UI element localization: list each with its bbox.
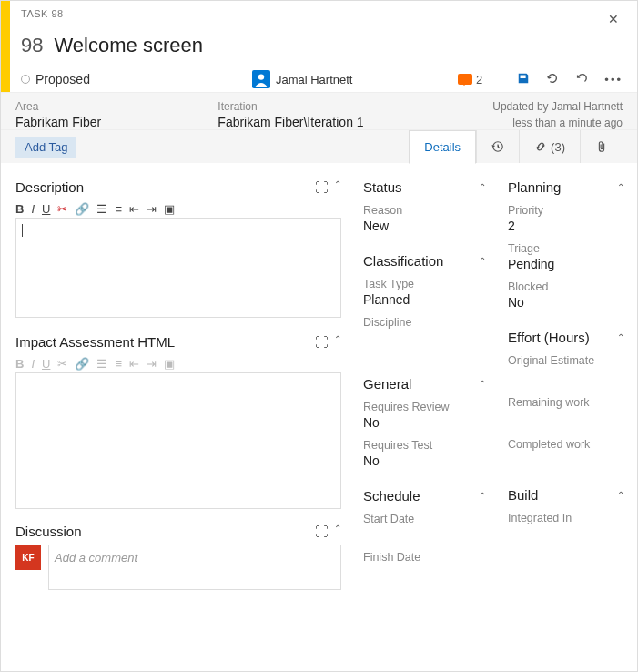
state-dot-icon [21,75,30,84]
finishdate-label: Finish Date [363,551,486,564]
underline-button[interactable]: U [42,357,50,371]
maximize-icon[interactable]: ⛶ [315,524,329,539]
area-field[interactable]: Area Fabrikam Fiber [15,100,218,129]
task-title[interactable]: Welcome screen [54,34,202,57]
bold-button[interactable]: B [15,202,24,216]
outdent-button[interactable]: ⇤ [129,202,139,216]
description-header[interactable]: Description ⛶ ⌃ [15,179,341,195]
effort-title: Effort (Hours) [508,330,590,345]
image-button[interactable]: ▣ [164,202,175,216]
comment-input[interactable]: Add a comment [48,545,341,590]
completed-value[interactable] [508,453,624,467]
discussion-header[interactable]: Discussion ⛶ ⌃ [15,524,341,539]
remaining-label: Remaining work [508,396,624,409]
tab-details[interactable]: Details [409,130,476,164]
startdate-value[interactable] [363,527,486,542]
tab-attachments[interactable] [580,130,623,163]
assignee-name: Jamal Hartnett [276,73,353,87]
task-id: 98 [21,34,43,57]
clear-format-button[interactable]: ✂ [57,357,67,371]
color-bar [1,1,10,92]
reqreview-value[interactable]: No [363,415,486,430]
tab-history[interactable] [476,130,519,163]
schedule-header[interactable]: Schedule⌃ [363,488,486,504]
integrated-label: Integrated In [508,512,624,524]
svg-point-0 [258,74,264,79]
rte-toolbar-description: B I U ✂ 🔗 ☰ ≡ ⇤ ⇥ ▣ [15,200,341,218]
maximize-icon[interactable]: ⛶ [315,179,329,195]
close-icon[interactable]: ✕ [604,8,623,30]
chevron-up-icon: ⌃ [479,182,486,192]
refresh-icon[interactable] [546,72,559,87]
remaining-value[interactable] [508,411,624,425]
planning-header[interactable]: Planning⌃ [508,179,624,195]
more-icon[interactable]: ••• [604,73,623,87]
maximize-icon[interactable]: ⛶ [315,334,329,350]
description-input[interactable] [15,218,341,318]
add-tag-button[interactable]: Add Tag [15,137,76,158]
italic-button[interactable]: I [31,357,35,371]
state-indicator[interactable]: Proposed [21,72,90,87]
impact-title: Impact Assessment HTML [15,334,175,350]
triage-value[interactable]: Pending [508,257,624,271]
triage-label: Triage [508,242,624,255]
updated-by: Updated by Jamal Hartnett [420,100,623,113]
origestimate-value[interactable] [508,369,624,383]
chevron-up-icon[interactable]: ⌃ [334,334,341,350]
number-list-button[interactable]: ≡ [115,357,122,371]
priority-label: Priority [508,204,624,217]
iteration-value: Fabrikam Fiber\Iteration 1 [218,115,420,129]
general-title: General [363,376,411,392]
save-icon[interactable] [517,72,530,87]
impact-header[interactable]: Impact Assessment HTML ⛶ ⌃ [15,334,341,350]
bullet-list-button[interactable]: ☰ [96,357,107,371]
assignee[interactable]: Jamal Hartnett [252,70,353,88]
history-icon [491,140,504,153]
italic-button[interactable]: I [31,202,35,216]
tasktype-value[interactable]: Planned [363,292,486,307]
bullet-list-button[interactable]: ☰ [96,202,107,216]
comment-count[interactable]: 2 [458,73,482,87]
chevron-up-icon[interactable]: ⌃ [334,524,341,539]
schedule-title: Schedule [363,488,420,504]
task-label: TASK 98 [21,8,64,19]
classification-title: Classification [363,253,443,269]
number-list-button[interactable]: ≡ [115,202,122,216]
effort-header[interactable]: Effort (Hours)⌃ [508,330,624,345]
tasktype-label: Task Type [363,278,486,290]
iteration-field[interactable]: Iteration Fabrikam Fiber\Iteration 1 [218,100,420,129]
build-header[interactable]: Build⌃ [508,487,624,503]
area-value: Fabrikam Fiber [15,115,218,129]
iteration-label: Iteration [218,100,420,113]
link-button[interactable]: 🔗 [75,357,89,371]
area-label: Area [15,100,218,113]
chevron-up-icon: ⌃ [479,379,486,389]
undo-icon[interactable] [575,72,588,87]
chevron-up-icon[interactable]: ⌃ [334,179,341,195]
reqtest-value[interactable]: No [363,453,486,468]
classification-header[interactable]: Classification⌃ [363,253,486,269]
general-header[interactable]: General⌃ [363,376,486,392]
discipline-value[interactable] [363,331,486,345]
indent-button[interactable]: ⇥ [147,202,157,216]
clear-format-button[interactable]: ✂ [57,202,67,216]
outdent-button[interactable]: ⇤ [129,357,139,371]
reason-label: Reason [363,204,486,217]
underline-button[interactable]: U [42,202,50,216]
state-text: Proposed [35,72,90,87]
bold-button[interactable]: B [15,357,24,371]
priority-value[interactable]: 2 [508,219,624,233]
chevron-up-icon: ⌃ [479,256,486,266]
indent-button[interactable]: ⇥ [147,357,157,371]
reason-value[interactable]: New [363,219,486,233]
status-header[interactable]: Status⌃ [363,179,486,195]
chevron-up-icon: ⌃ [617,182,624,192]
image-button[interactable]: ▣ [164,357,175,371]
reqreview-label: Requires Review [363,401,486,413]
link-button[interactable]: 🔗 [75,202,89,216]
impact-input[interactable] [15,372,341,509]
blocked-value[interactable]: No [508,295,624,310]
startdate-label: Start Date [363,513,486,525]
tab-links[interactable]: (3) [519,130,580,163]
user-avatar: KF [15,545,41,570]
